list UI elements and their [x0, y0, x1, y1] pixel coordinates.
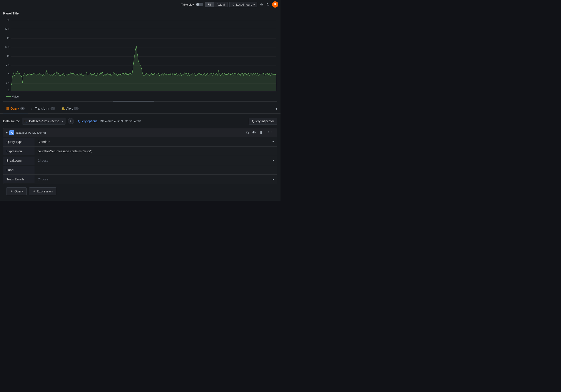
svg-text:18:30: 18:30 — [248, 93, 255, 94]
svg-text:14:00: 14:00 — [51, 93, 57, 94]
legend-label: Value — [12, 95, 19, 98]
tabs-bar: ☰ Query 1 ⇄ Transform 0 🔔 Alert 0 ▾ — [0, 104, 280, 114]
add-expression-icon: ＋ — [33, 189, 36, 193]
scrollbar-thumb[interactable] — [113, 101, 154, 102]
query-editor-block: ▾ A (Dataset-Purple-Demo) ⧉ 👁 🗑 ⋮⋮ Query… — [3, 128, 277, 184]
chart-legend: Value — [3, 94, 277, 99]
svg-text:15:00: 15:00 — [95, 93, 101, 94]
label-input[interactable] — [38, 168, 274, 172]
query-delete-button[interactable]: 🗑 — [259, 130, 264, 135]
query-drag-handle[interactable]: ⋮⋮ — [266, 130, 274, 135]
avatar[interactable]: P — [272, 1, 278, 8]
fill-actual-toggle[interactable]: Fill Actual — [205, 2, 228, 7]
expression-label: Expression — [3, 147, 34, 155]
transform-badge: 0 — [51, 107, 55, 110]
breakdown-value[interactable]: Choose ▾ — [34, 157, 277, 164]
svg-text:16:00: 16:00 — [139, 93, 145, 94]
team-emails-value[interactable]: Choose ▾ — [34, 175, 277, 183]
tab-alert[interactable]: 🔔 Alert 0 — [58, 104, 82, 113]
tab-transform-label: Transform — [35, 107, 49, 110]
chart-svg: 20 17.5 15 12.5 10 7.5 5 2.5 0 — [3, 18, 277, 94]
query-type-value[interactable]: Standard ▾ — [34, 138, 277, 146]
tab-transform[interactable]: ⇄ Transform 0 — [28, 104, 58, 113]
chevron-right-icon: › — [76, 119, 77, 123]
query-duplicate-button[interactable]: ⧉ — [245, 130, 249, 135]
fill-button[interactable]: Fill — [205, 2, 214, 7]
datasource-label: Data source — [3, 119, 20, 123]
time-icon: ⏱ — [232, 3, 235, 6]
query-icon: ☰ — [6, 107, 9, 110]
time-range-button[interactable]: ⏱ Last 6 hours ▾ — [229, 2, 257, 7]
query-options-label: Query options — [78, 119, 97, 123]
chart-area: 20 17.5 15 12.5 10 7.5 5 2.5 0 — [0, 16, 280, 101]
query-collapse-button[interactable]: ▾ — [6, 131, 8, 134]
tab-alert-label: Alert — [66, 107, 73, 110]
svg-text:7.5: 7.5 — [6, 64, 9, 66]
expression-value[interactable] — [34, 147, 277, 155]
svg-text:5: 5 — [8, 73, 9, 76]
legend-color — [6, 97, 11, 97]
alert-badge: 0 — [74, 107, 78, 110]
team-emails-row: Team Emails Choose ▾ — [3, 175, 277, 184]
table-view-switch[interactable] — [196, 3, 203, 6]
table-view-toggle[interactable]: Table view — [181, 3, 203, 6]
refresh-button[interactable]: ↻ — [266, 1, 270, 8]
query-editor-header: ▾ A (Dataset-Purple-Demo) ⧉ 👁 🗑 ⋮⋮ — [3, 128, 277, 137]
breakdown-placeholder: Choose — [38, 159, 48, 162]
label-value[interactable] — [34, 166, 277, 174]
svg-text:15:30: 15:30 — [117, 93, 123, 94]
add-query-button[interactable]: ＋ Query — [6, 187, 27, 195]
datasource-name: Dataset-Purple-Demo — [29, 119, 59, 123]
svg-text:10: 10 — [7, 55, 9, 57]
svg-text:12.5: 12.5 — [5, 46, 10, 48]
query-section: Data source ⬡ Dataset-Purple-Demo ▾ ℹ › … — [0, 114, 280, 201]
tab-query[interactable]: ☰ Query 1 — [3, 104, 28, 113]
svg-text:20: 20 — [7, 19, 9, 21]
query-type-chevron-icon: ▾ — [272, 140, 274, 143]
query-dataset-name: (Dataset-Purple-Demo) — [16, 131, 46, 134]
team-emails-placeholder: Choose — [38, 177, 48, 181]
alert-icon: 🔔 — [61, 107, 65, 110]
panel-container: Panel Title 20 17.5 15 12.5 10 7.5 5 2.5… — [0, 9, 280, 104]
tabs-collapse-icon[interactable]: ▾ — [275, 106, 277, 111]
label-row: Label — [3, 165, 277, 175]
team-emails-label: Team Emails — [3, 175, 34, 183]
datasource-selector[interactable]: ⬡ Dataset-Purple-Demo ▾ — [22, 118, 65, 124]
svg-text:2.5: 2.5 — [6, 82, 9, 84]
datasource-info-button[interactable]: ℹ — [68, 118, 74, 124]
time-range-label: Last 6 hours — [236, 3, 252, 6]
query-type-text: Standard — [38, 140, 50, 144]
query-type-row: Query Type Standard ▾ — [3, 137, 277, 147]
bottom-actions: ＋ Query ＋ Expression — [3, 184, 277, 198]
query-badge: 1 — [20, 107, 25, 110]
zoom-out-button[interactable]: ⊖ — [259, 1, 264, 8]
tab-query-label: Query — [11, 107, 19, 110]
query-visibility-button[interactable]: 👁 — [251, 130, 257, 135]
svg-text:13:00: 13:00 — [8, 93, 14, 94]
query-options-link[interactable]: › Query options — [76, 119, 97, 123]
query-letter: A — [9, 130, 14, 135]
svg-text:15: 15 — [7, 37, 9, 39]
label-field-label: Label — [3, 166, 34, 174]
add-expression-button[interactable]: ＋ Expression — [29, 187, 56, 195]
datasource-chevron-icon: ▾ — [61, 119, 63, 123]
add-expression-label: Expression — [37, 190, 53, 193]
actual-button[interactable]: Actual — [214, 2, 227, 7]
svg-text:17:00: 17:00 — [183, 93, 189, 94]
breakdown-label: Breakdown — [3, 157, 34, 164]
chart-scrollbar[interactable] — [3, 101, 277, 102]
query-header-actions: ⧉ 👁 🗑 ⋮⋮ — [245, 130, 274, 135]
chevron-down-icon: ▾ — [253, 3, 255, 6]
query-inspector-button[interactable]: Query inspector — [249, 118, 277, 124]
svg-text:16:30: 16:30 — [161, 93, 167, 94]
svg-text:18:00: 18:00 — [227, 93, 233, 94]
breakdown-row: Breakdown Choose ▾ — [3, 156, 277, 165]
info-icon: ℹ — [70, 119, 71, 123]
expression-input[interactable] — [38, 150, 274, 153]
query-type-label: Query Type — [3, 138, 34, 146]
datasource-row: Data source ⬡ Dataset-Purple-Demo ▾ ℹ › … — [3, 116, 277, 126]
svg-text:14:30: 14:30 — [73, 93, 79, 94]
datasource-icon: ⬡ — [24, 119, 28, 123]
svg-text:13:30: 13:30 — [29, 93, 35, 94]
team-emails-chevron-icon: ▾ — [272, 178, 274, 181]
